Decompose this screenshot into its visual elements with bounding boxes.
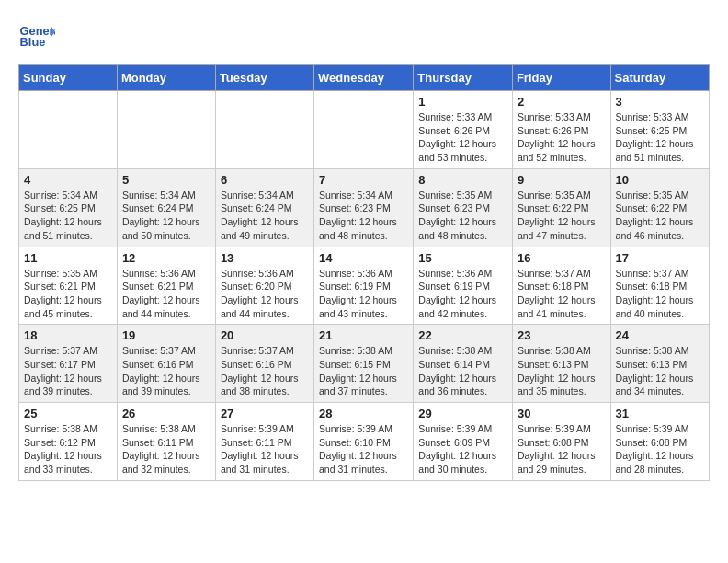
day-number: 16 — [518, 251, 606, 265]
day-cell: 18Sunrise: 5:37 AM Sunset: 6:17 PM Dayli… — [19, 325, 118, 403]
day-number: 5 — [122, 173, 210, 187]
day-info: Sunrise: 5:36 AM Sunset: 6:21 PM Dayligh… — [122, 267, 210, 321]
day-cell: 19Sunrise: 5:37 AM Sunset: 6:16 PM Dayli… — [117, 325, 215, 403]
day-info: Sunrise: 5:33 AM Sunset: 6:26 PM Dayligh… — [418, 110, 507, 165]
week-row-4: 18Sunrise: 5:37 AM Sunset: 6:17 PM Dayli… — [19, 325, 710, 403]
day-cell: 28Sunrise: 5:39 AM Sunset: 6:10 PM Dayli… — [314, 403, 414, 481]
day-cell: 2Sunrise: 5:33 AM Sunset: 6:26 PM Daylig… — [512, 91, 610, 169]
day-number: 20 — [221, 328, 309, 342]
day-info: Sunrise: 5:39 AM Sunset: 6:09 PM Dayligh… — [418, 422, 507, 477]
weekday-header-monday: Monday — [117, 65, 215, 91]
day-cell: 16Sunrise: 5:37 AM Sunset: 6:18 PM Dayli… — [512, 247, 610, 325]
day-cell: 21Sunrise: 5:38 AM Sunset: 6:15 PM Dayli… — [314, 325, 414, 403]
day-cell: 22Sunrise: 5:38 AM Sunset: 6:14 PM Dayli… — [414, 325, 513, 403]
day-info: Sunrise: 5:37 AM Sunset: 6:18 PM Dayligh… — [616, 267, 704, 321]
week-row-1: 1Sunrise: 5:33 AM Sunset: 6:26 PM Daylig… — [19, 91, 710, 169]
week-row-2: 4Sunrise: 5:34 AM Sunset: 6:25 PM Daylig… — [19, 168, 710, 247]
day-info: Sunrise: 5:37 AM Sunset: 6:18 PM Dayligh… — [518, 267, 606, 321]
day-info: Sunrise: 5:39 AM Sunset: 6:08 PM Dayligh… — [518, 422, 606, 477]
day-cell: 15Sunrise: 5:36 AM Sunset: 6:19 PM Dayli… — [414, 247, 513, 325]
logo: General Blue — [18, 18, 55, 55]
day-number: 26 — [122, 407, 210, 420]
day-info: Sunrise: 5:36 AM Sunset: 6:19 PM Dayligh… — [319, 267, 408, 321]
day-cell: 11Sunrise: 5:35 AM Sunset: 6:21 PM Dayli… — [19, 247, 118, 325]
day-info: Sunrise: 5:38 AM Sunset: 6:14 PM Dayligh… — [418, 344, 507, 398]
day-cell: 17Sunrise: 5:37 AM Sunset: 6:18 PM Dayli… — [610, 247, 709, 325]
week-row-5: 25Sunrise: 5:38 AM Sunset: 6:12 PM Dayli… — [19, 403, 710, 481]
day-number: 22 — [418, 328, 507, 342]
day-info: Sunrise: 5:33 AM Sunset: 6:26 PM Dayligh… — [518, 110, 606, 165]
day-number: 7 — [319, 173, 408, 187]
day-number: 10 — [616, 173, 704, 187]
day-cell: 20Sunrise: 5:37 AM Sunset: 6:16 PM Dayli… — [215, 325, 313, 403]
day-number: 31 — [616, 407, 704, 420]
day-cell: 12Sunrise: 5:36 AM Sunset: 6:21 PM Dayli… — [117, 247, 215, 325]
day-number: 9 — [518, 173, 606, 187]
day-number: 17 — [616, 251, 704, 265]
day-cell: 27Sunrise: 5:39 AM Sunset: 6:11 PM Dayli… — [215, 403, 313, 481]
day-number: 21 — [319, 328, 408, 342]
day-cell: 29Sunrise: 5:39 AM Sunset: 6:09 PM Dayli… — [414, 403, 513, 481]
day-cell — [215, 91, 313, 169]
day-info: Sunrise: 5:38 AM Sunset: 6:13 PM Dayligh… — [518, 344, 606, 398]
day-info: Sunrise: 5:35 AM Sunset: 6:21 PM Dayligh… — [24, 267, 112, 321]
day-cell: 8Sunrise: 5:35 AM Sunset: 6:23 PM Daylig… — [414, 168, 513, 247]
weekday-header-wednesday: Wednesday — [314, 65, 414, 91]
day-info: Sunrise: 5:39 AM Sunset: 6:10 PM Dayligh… — [319, 422, 408, 477]
day-number: 12 — [122, 251, 210, 265]
calendar-body: 1Sunrise: 5:33 AM Sunset: 6:26 PM Daylig… — [19, 91, 710, 481]
day-cell: 3Sunrise: 5:33 AM Sunset: 6:25 PM Daylig… — [610, 91, 709, 169]
day-cell: 5Sunrise: 5:34 AM Sunset: 6:24 PM Daylig… — [117, 168, 215, 247]
day-cell: 23Sunrise: 5:38 AM Sunset: 6:13 PM Dayli… — [512, 325, 610, 403]
week-row-3: 11Sunrise: 5:35 AM Sunset: 6:21 PM Dayli… — [19, 247, 710, 325]
day-number: 29 — [418, 407, 507, 420]
day-info: Sunrise: 5:36 AM Sunset: 6:20 PM Dayligh… — [221, 267, 309, 321]
svg-text:Blue: Blue — [20, 35, 46, 49]
day-cell: 14Sunrise: 5:36 AM Sunset: 6:19 PM Dayli… — [314, 247, 414, 325]
header-row: SundayMondayTuesdayWednesdayThursdayFrid… — [19, 65, 710, 91]
day-number: 30 — [518, 407, 606, 420]
day-cell: 13Sunrise: 5:36 AM Sunset: 6:20 PM Dayli… — [215, 247, 313, 325]
day-cell: 25Sunrise: 5:38 AM Sunset: 6:12 PM Dayli… — [19, 403, 118, 481]
day-number: 13 — [221, 251, 309, 265]
day-cell: 26Sunrise: 5:38 AM Sunset: 6:11 PM Dayli… — [117, 403, 215, 481]
day-info: Sunrise: 5:34 AM Sunset: 6:24 PM Dayligh… — [221, 189, 309, 243]
day-number: 1 — [418, 95, 507, 109]
day-number: 14 — [319, 251, 408, 265]
day-cell: 30Sunrise: 5:39 AM Sunset: 6:08 PM Dayli… — [512, 403, 610, 481]
day-number: 11 — [24, 251, 112, 265]
day-number: 4 — [24, 173, 112, 187]
day-info: Sunrise: 5:33 AM Sunset: 6:25 PM Dayligh… — [616, 110, 704, 165]
day-info: Sunrise: 5:37 AM Sunset: 6:16 PM Dayligh… — [122, 344, 210, 398]
day-number: 2 — [518, 95, 606, 109]
day-info: Sunrise: 5:36 AM Sunset: 6:19 PM Dayligh… — [418, 267, 507, 321]
day-number: 28 — [319, 407, 408, 420]
weekday-header-friday: Friday — [512, 65, 610, 91]
calendar-table: SundayMondayTuesdayWednesdayThursdayFrid… — [18, 64, 710, 481]
day-info: Sunrise: 5:34 AM Sunset: 6:24 PM Dayligh… — [122, 189, 210, 243]
day-cell: 31Sunrise: 5:39 AM Sunset: 6:08 PM Dayli… — [610, 403, 709, 481]
day-cell: 4Sunrise: 5:34 AM Sunset: 6:25 PM Daylig… — [19, 168, 118, 247]
day-number: 19 — [122, 328, 210, 342]
weekday-header-thursday: Thursday — [414, 65, 513, 91]
day-info: Sunrise: 5:39 AM Sunset: 6:11 PM Dayligh… — [221, 422, 309, 477]
day-number: 27 — [221, 407, 309, 420]
day-info: Sunrise: 5:35 AM Sunset: 6:22 PM Dayligh… — [518, 189, 606, 243]
day-cell: 9Sunrise: 5:35 AM Sunset: 6:22 PM Daylig… — [512, 168, 610, 247]
day-number: 18 — [24, 328, 112, 342]
calendar-header: SundayMondayTuesdayWednesdayThursdayFrid… — [19, 65, 710, 91]
day-info: Sunrise: 5:38 AM Sunset: 6:15 PM Dayligh… — [319, 344, 408, 398]
day-info: Sunrise: 5:35 AM Sunset: 6:23 PM Dayligh… — [418, 189, 507, 243]
day-info: Sunrise: 5:38 AM Sunset: 6:12 PM Dayligh… — [24, 422, 112, 477]
day-cell: 6Sunrise: 5:34 AM Sunset: 6:24 PM Daylig… — [215, 168, 313, 247]
day-number: 15 — [418, 251, 507, 265]
weekday-header-sunday: Sunday — [19, 65, 118, 91]
day-info: Sunrise: 5:34 AM Sunset: 6:25 PM Dayligh… — [24, 189, 112, 243]
day-number: 8 — [418, 173, 507, 187]
day-cell — [19, 91, 118, 169]
day-cell — [117, 91, 215, 169]
day-info: Sunrise: 5:39 AM Sunset: 6:08 PM Dayligh… — [616, 422, 704, 477]
day-number: 3 — [616, 95, 704, 109]
day-number: 24 — [616, 328, 704, 342]
logo-icon: General Blue — [18, 18, 55, 55]
